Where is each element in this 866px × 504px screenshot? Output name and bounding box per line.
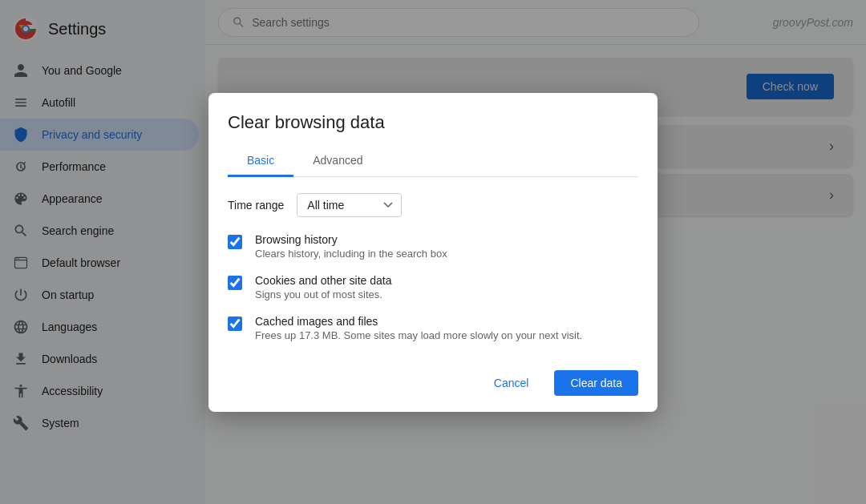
checkbox-cached: Cached images and files Frees up 17.3 MB… — [228, 315, 638, 341]
time-range-row: Time range All time Last hour Last 24 ho… — [228, 193, 638, 217]
clear-browsing-data-dialog: Clear browsing data Basic Advanced Time … — [208, 93, 658, 412]
clear-data-button[interactable]: Clear data — [554, 370, 638, 396]
time-range-label: Time range — [228, 199, 284, 212]
checkbox-cookies-input[interactable] — [228, 276, 242, 290]
checkbox-cached-input[interactable] — [228, 317, 242, 331]
checkbox-title: Cached images and files — [255, 315, 582, 328]
checkbox-description: Clears history, including in the search … — [255, 248, 447, 260]
time-range-select[interactable]: All time Last hour Last 24 hours Last 7 … — [297, 193, 402, 217]
checkbox-browsing-history-input[interactable] — [228, 235, 242, 249]
checkbox-description: Signs you out of most sites. — [255, 288, 391, 300]
tab-basic[interactable]: Basic — [228, 146, 293, 177]
checkbox-title: Cookies and other site data — [255, 274, 391, 287]
tab-advanced[interactable]: Advanced — [293, 146, 382, 177]
checkbox-label-group: Cookies and other site data Signs you ou… — [255, 274, 391, 300]
checkbox-label-group: Cached images and files Frees up 17.3 MB… — [255, 315, 582, 341]
cancel-button[interactable]: Cancel — [478, 370, 545, 396]
checkbox-title: Browsing history — [255, 233, 447, 246]
dialog-tabs: Basic Advanced — [228, 146, 638, 177]
dialog-title: Clear browsing data — [228, 112, 638, 133]
checkbox-cookies: Cookies and other site data Signs you ou… — [228, 274, 638, 300]
dialog-footer: Cancel Clear data — [228, 361, 638, 396]
checkbox-label-group: Browsing history Clears history, includi… — [255, 233, 447, 260]
checkbox-browsing-history: Browsing history Clears history, includi… — [228, 233, 638, 260]
checkbox-description: Frees up 17.3 MB. Some sites may load mo… — [255, 329, 582, 341]
modal-backdrop: Clear browsing data Basic Advanced Time … — [0, 0, 866, 504]
